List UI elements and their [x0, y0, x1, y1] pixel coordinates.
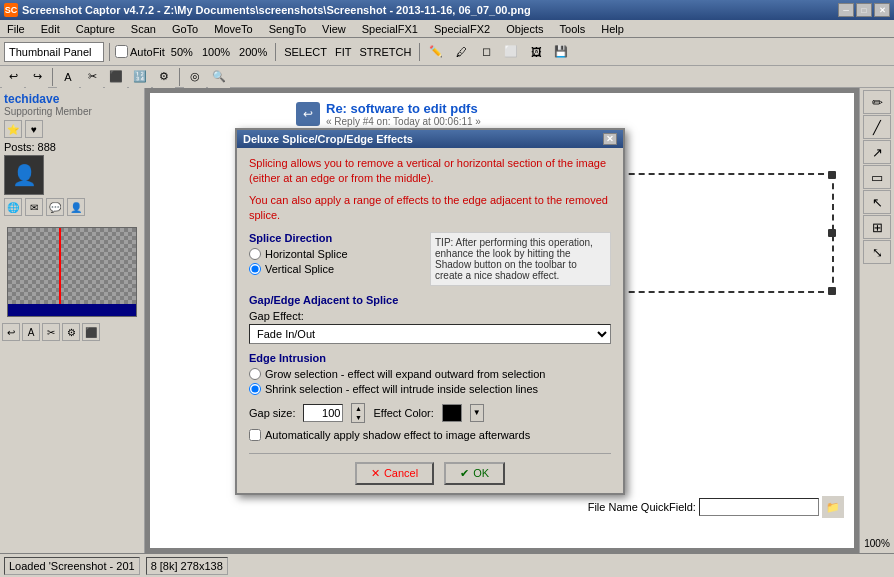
status-bar: Loaded 'Screenshot - 201 8 [8k] 278x138 [0, 553, 894, 577]
tool-extra-2[interactable]: A [22, 323, 40, 341]
tool-extra-1[interactable]: ↩ [2, 323, 20, 341]
menu-file[interactable]: File [4, 22, 28, 36]
extra-tools: ↩ A ✂ ⚙ ⬛ [0, 321, 144, 343]
tool-btn-4[interactable]: ⬜ [500, 41, 522, 63]
gap-effect-select[interactable]: Fade In/Out None Blur Shadow [249, 324, 611, 344]
menu-help[interactable]: Help [598, 22, 627, 36]
posts-label: Posts: [4, 141, 35, 153]
tool-btn-5[interactable]: 🖼 [525, 41, 547, 63]
tool2-btn-4[interactable]: ✂ [81, 66, 103, 88]
zoom-50-button[interactable]: 50% [168, 45, 196, 59]
spinner-up[interactable]: ▲ [352, 404, 364, 413]
status-info: 8 [8k] 278x138 [146, 557, 228, 575]
post-meta: « Reply #4 on: Today at 00:06:11 » [326, 116, 481, 127]
tool2-btn-6[interactable]: 🔢 [129, 66, 151, 88]
menu-sendto[interactable]: SengTo [266, 22, 309, 36]
star-icon: ⭐ [4, 120, 22, 138]
menu-objects[interactable]: Objects [503, 22, 546, 36]
tool2-btn-9[interactable]: 🔍 [208, 66, 230, 88]
right-tool-cursor[interactable]: ↖ [863, 190, 891, 214]
ok-button[interactable]: ✔ OK [444, 462, 505, 485]
www-icon[interactable]: 🌐 [4, 198, 22, 216]
radio-horizontal-label: Horizontal Splice [265, 248, 348, 260]
radio-grow: Grow selection - effect will expand outw… [249, 368, 611, 380]
gap-size-label: Gap size: [249, 407, 295, 419]
gap-size-input[interactable] [303, 404, 343, 422]
right-tool-zoom[interactable]: ⊞ [863, 215, 891, 239]
radio-vertical-input[interactable] [249, 263, 261, 275]
gap-edge-label: Gap/Edge Adjacent to Splice [249, 294, 611, 306]
dialog-desc1: Splicing allows you to remove a vertical… [249, 156, 611, 187]
autofit-checkbox[interactable] [115, 45, 128, 58]
social-icons: 🌐 ✉ 💬 👤 [4, 198, 140, 216]
right-tool-resize[interactable]: ⤡ [863, 240, 891, 264]
app-window: SC Screenshot Captor v4.7.2 - Z:\My Docu… [0, 0, 894, 577]
toolbar-separator-3 [419, 43, 420, 61]
window-controls: ─ □ ✕ [838, 3, 890, 17]
left-sidebar: techidave Supporting Member ⭐ ♥ Posts: 8… [0, 88, 145, 553]
right-tool-rect[interactable]: ▭ [863, 165, 891, 189]
tool-btn-3[interactable]: ◻ [475, 41, 497, 63]
radio-shrink: Shrink selection - effect will intrude i… [249, 383, 611, 395]
edge-intrusion-label: Edge Intrusion [249, 352, 611, 364]
file-name-browse-button[interactable]: 📁 [822, 496, 844, 518]
dialog-desc2: You can also apply a range of effects to… [249, 193, 611, 224]
effect-color-label: Effect Color: [373, 407, 433, 419]
menu-view[interactable]: View [319, 22, 349, 36]
tool2-btn-7[interactable]: ⚙ [153, 66, 175, 88]
menu-goto[interactable]: GoTo [169, 22, 201, 36]
tool2-btn-2[interactable]: ↪ [26, 66, 48, 88]
cancel-button[interactable]: ✕ Cancel [355, 462, 434, 485]
close-button[interactable]: ✕ [874, 3, 890, 17]
zoom-100-button[interactable]: 100% [199, 45, 233, 59]
tool2-btn-1[interactable]: ↩ [2, 66, 24, 88]
chat-icon[interactable]: 💬 [46, 198, 64, 216]
dialog-title-bar: Deluxe Splice/Crop/Edge Effects ✕ [237, 130, 623, 148]
menu-tools[interactable]: Tools [557, 22, 589, 36]
right-tool-arrow[interactable]: ↗ [863, 140, 891, 164]
spinner-down[interactable]: ▼ [352, 413, 364, 422]
dialog-close-button[interactable]: ✕ [603, 133, 617, 145]
select-button[interactable]: SELECT [281, 45, 330, 59]
radio-grow-input[interactable] [249, 368, 261, 380]
tool-extra-4[interactable]: ⚙ [62, 323, 80, 341]
menu-scan[interactable]: Scan [128, 22, 159, 36]
radio-shrink-input[interactable] [249, 383, 261, 395]
menu-edit[interactable]: Edit [38, 22, 63, 36]
status-loaded: Loaded 'Screenshot - 201 [4, 557, 140, 575]
tool2-btn-8[interactable]: ◎ [184, 66, 206, 88]
zoom-200-button[interactable]: 200% [236, 45, 270, 59]
shadow-checkbox[interactable] [249, 429, 261, 441]
window-title: Screenshot Captor v4.7.2 - Z:\My Documen… [22, 4, 838, 16]
handle-br [828, 287, 836, 295]
tool-btn-1[interactable]: ✏️ [425, 41, 447, 63]
radio-horizontal-input[interactable] [249, 248, 261, 260]
tool2-btn-3[interactable]: A [57, 66, 79, 88]
reply-icon: ↩ [296, 102, 320, 126]
tool-btn-2[interactable]: 🖊 [450, 41, 472, 63]
stretch-button[interactable]: STRETCH [356, 45, 414, 59]
tool2-btn-5[interactable]: ⬛ [105, 66, 127, 88]
fit-button[interactable]: FIT [332, 45, 355, 59]
maximize-button[interactable]: □ [856, 3, 872, 17]
menu-specialfx1[interactable]: SpecialFX1 [359, 22, 421, 36]
toolbar-separator-1 [109, 43, 110, 61]
right-tool-line[interactable]: ╱ [863, 115, 891, 139]
profile-icon[interactable]: 👤 [67, 198, 85, 216]
tool-extra-5[interactable]: ⬛ [82, 323, 100, 341]
thumbnail-image [7, 227, 137, 317]
dialog-left-col: Splice Direction Horizontal Splice Verti… [249, 232, 420, 286]
menu-capture[interactable]: Capture [73, 22, 118, 36]
tool-extra-3[interactable]: ✂ [42, 323, 60, 341]
email-icon[interactable]: ✉ [25, 198, 43, 216]
file-name-qf-input[interactable] [699, 498, 819, 516]
menu-specialfx2[interactable]: SpecialFX2 [431, 22, 493, 36]
color-dropdown-arrow[interactable]: ▼ [470, 404, 484, 422]
right-tool-pencil[interactable]: ✏ [863, 90, 891, 114]
thumbnail-bar [8, 304, 136, 316]
dialog-body: Splicing allows you to remove a vertical… [237, 148, 623, 493]
tool-btn-6[interactable]: 💾 [550, 41, 572, 63]
minimize-button[interactable]: ─ [838, 3, 854, 17]
autofit-checkbox-area[interactable]: AutoFit [115, 45, 165, 58]
menu-moveto[interactable]: MoveTo [211, 22, 256, 36]
